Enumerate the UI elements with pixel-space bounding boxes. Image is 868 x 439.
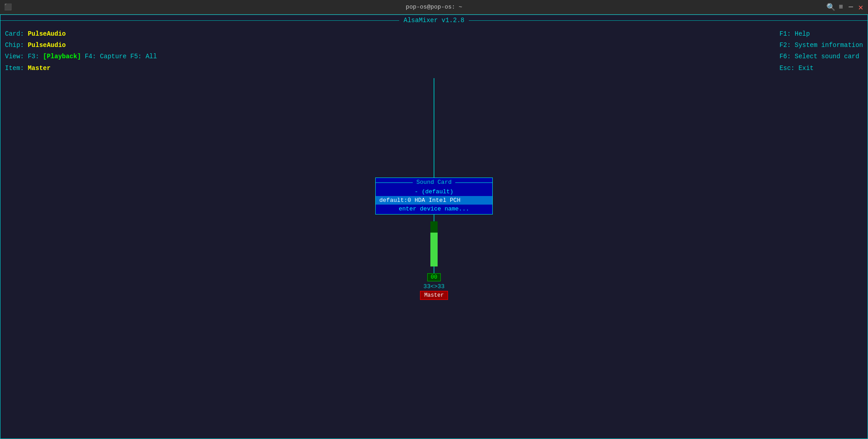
sound-card-body: - (default) default:0 HDA Intel PCH ente… — [376, 187, 492, 214]
menu-button[interactable]: ≡ — [837, 4, 844, 11]
esc-key: Esc: — [779, 65, 795, 72]
channel-value-display: 33<>33 — [424, 283, 445, 290]
help-f6: F6: Select sound card — [779, 51, 863, 62]
help-f1: F1: Help — [779, 28, 863, 40]
title-bar: ⬛ pop-os@pop-os: ~ 🔍 ≡ ─ ✕ — [0, 0, 868, 14]
view-f5-value[interactable]: All — [146, 53, 157, 60]
view-f4-value[interactable]: Capture — [100, 53, 127, 60]
sound-card-dialog: Sound Card - (default) default:0 HDA Int… — [375, 177, 493, 215]
info-panel: Card: PulseAudio Chip: PulseAudio View: … — [5, 28, 157, 74]
f1-desc: Help — [795, 30, 810, 37]
esc-desc: Exit — [798, 65, 814, 72]
chip-info: Chip: PulseAudio — [5, 40, 157, 51]
channel-column: Sound Card - (default) default:0 HDA Int… — [375, 78, 493, 300]
view-f5-key[interactable]: F5: — [130, 53, 142, 60]
chip-label: Chip: — [5, 42, 24, 49]
help-panel: F1: Help F2: System information F6: Sele… — [779, 28, 863, 74]
item-label: Item: — [5, 65, 24, 72]
card-value: PulseAudio — [28, 30, 66, 37]
channel-label: Master — [420, 291, 448, 300]
f1-key: F1: — [779, 30, 791, 37]
f2-key: F2: — [779, 42, 791, 49]
sound-card-selected-item[interactable]: default:0 HDA Intel PCH — [376, 196, 492, 205]
title-bar-controls: 🔍 ≡ ─ ✕ — [827, 4, 864, 11]
view-f3-key[interactable]: F3: — [28, 53, 39, 60]
help-f2: F2: System information — [779, 40, 863, 51]
close-button[interactable]: ✕ — [857, 4, 864, 11]
app-titlebar: AlsaMixer v1.2.8 — [0, 15, 868, 26]
chip-value: PulseAudio — [28, 42, 66, 49]
sound-card-default-item[interactable]: - (default) — [376, 187, 492, 196]
oo-value: 00 — [431, 274, 437, 280]
terminal-window: AlsaMixer v1.2.8 Card: PulseAudio Chip: … — [0, 14, 868, 439]
fader-track-top — [434, 78, 434, 177]
f6-key: F6: — [779, 53, 791, 60]
oo-indicator: 00 — [427, 273, 441, 281]
f6-desc: Select sound card — [795, 53, 859, 60]
window-title: pop-os@pop-os: ~ — [406, 4, 462, 10]
sound-card-enter-text: enter device name... — [399, 205, 469, 212]
sound-card-selected-text: default:0 HDA Intel PCH — [379, 197, 460, 204]
view-f4-key[interactable]: F4: — [85, 53, 96, 60]
search-button[interactable]: 🔍 — [827, 4, 835, 11]
card-info: Card: PulseAudio — [5, 28, 157, 40]
app-icon: ⬛ — [4, 3, 12, 11]
sound-card-title: Sound Card — [413, 179, 455, 186]
sound-card-enter-item[interactable]: enter device name... — [376, 205, 492, 213]
view-info: View: F3: [Playback] F4: Capture F5: All — [5, 51, 157, 62]
sound-card-dash: - — [415, 188, 418, 195]
volume-bar — [430, 233, 438, 266]
card-label: Card: — [5, 30, 24, 37]
volume-track — [430, 221, 438, 266]
sound-card-default-text: (default) — [422, 188, 453, 195]
view-label: View: — [5, 53, 24, 60]
title-text: pop-os@pop-os: ~ — [406, 4, 462, 10]
mixer-area: Sound Card - (default) default:0 HDA Int… — [375, 78, 493, 300]
view-f3-value[interactable]: [Playback] — [43, 53, 81, 60]
app-title: AlsaMixer v1.2.8 — [399, 17, 469, 24]
fader-track-bottom-container — [429, 215, 439, 273]
title-bar-left: ⬛ — [4, 3, 12, 11]
item-info: Item: Master — [5, 63, 157, 74]
f2-desc: System information — [795, 42, 863, 49]
help-esc: Esc: Exit — [779, 63, 863, 74]
item-value: Master — [28, 65, 50, 72]
sound-card-titlebar: Sound Card — [376, 178, 492, 187]
minimize-button[interactable]: ─ — [847, 4, 854, 11]
